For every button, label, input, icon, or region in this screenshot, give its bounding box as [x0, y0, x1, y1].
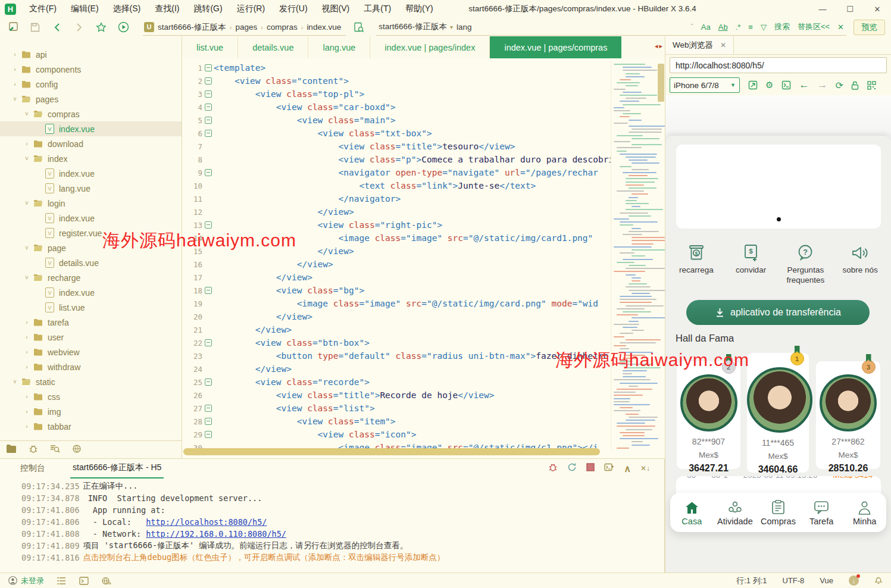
tree-item-index-vue[interactable]: Vindex.vue	[0, 121, 182, 136]
tree-item-components[interactable]: ›components	[0, 62, 182, 77]
tree-item-download[interactable]: ›download	[0, 136, 182, 151]
find-in-files-icon[interactable]	[350, 20, 368, 35]
browser-back-icon[interactable]: ←	[799, 79, 809, 91]
tree-item-index-vue[interactable]: Vindex.vue	[0, 211, 182, 226]
save-button[interactable]	[26, 20, 44, 35]
tree-item-index[interactable]: ˅index	[0, 151, 182, 166]
menu-item[interactable]: 选择(S)	[106, 0, 148, 18]
browser-forward-icon[interactable]: →	[817, 79, 827, 91]
new-terminal-icon[interactable]	[604, 463, 614, 474]
fold-icon[interactable]	[202, 431, 214, 438]
chevron-right-icon[interactable]: ›	[23, 349, 31, 355]
menu-item[interactable]: 跳转(G)	[186, 0, 229, 18]
menu-item[interactable]: 文件(F)	[22, 0, 64, 18]
line-number[interactable]: 25	[182, 378, 202, 387]
line-number[interactable]: 2	[182, 77, 202, 86]
hall-of-fame-card[interactable]: 111***465Mex$34604.66	[747, 353, 809, 473]
chevron-right-icon[interactable]: ›	[11, 81, 19, 87]
tree-item-lang-vue[interactable]: Vlang.vue	[0, 181, 182, 196]
debug-bug-icon[interactable]	[548, 462, 558, 474]
line-number[interactable]: 6	[182, 129, 202, 138]
url-input[interactable]: http://localhost:8080/h5/	[670, 57, 887, 73]
chevron-down-icon[interactable]: ˅	[23, 274, 31, 281]
navigate-back-button[interactable]	[48, 20, 66, 35]
fold-icon[interactable]	[202, 339, 214, 346]
open-external-icon[interactable]	[748, 80, 758, 90]
breadcrumb-item[interactable]: start6666-修正版本	[157, 23, 227, 32]
tree-item-login[interactable]: ˅login	[0, 196, 182, 211]
line-number[interactable]: 7	[182, 142, 202, 151]
line-number[interactable]: 28	[182, 417, 202, 426]
line-number[interactable]: 11	[182, 195, 202, 204]
notification-bell-icon[interactable]	[874, 576, 883, 586]
breadcrumb-item[interactable]: compras	[265, 23, 299, 32]
transfer-app-button[interactable]: aplicativo de transferência	[686, 300, 870, 325]
log-link[interactable]: http://192.168.0.110:8080/h5/	[146, 529, 286, 539]
login-status[interactable]: 未登录	[8, 576, 44, 586]
tree-item-tabbar[interactable]: ›tabbar	[0, 419, 182, 434]
search-tab-icon[interactable]	[50, 444, 60, 456]
hall-of-fame-card[interactable]: 327***862Mex$28510.26	[816, 361, 880, 469]
preview-button[interactable]: 预览	[854, 20, 885, 35]
menu-item[interactable]: 发行(U)	[272, 0, 314, 18]
editor-tab[interactable]: index.vue | pages/index	[370, 36, 490, 58]
shortcut-invite[interactable]: $convidar	[724, 241, 779, 285]
shortcut-deposit[interactable]: $recarrega	[669, 241, 724, 285]
explorer-tab-icon[interactable]	[6, 444, 17, 456]
fold-icon[interactable]	[202, 169, 214, 176]
tree-item-details-vue[interactable]: Vdetails.vue	[0, 255, 182, 270]
breadcrumb-item[interactable]: index.vue	[305, 23, 342, 32]
line-number[interactable]: 12	[182, 208, 202, 217]
favorite-star-button[interactable]	[92, 20, 110, 35]
browser-refresh-icon[interactable]: ⟳	[835, 80, 843, 91]
line-number[interactable]: 22	[182, 339, 202, 348]
replace-area-button[interactable]: 替换区<<	[798, 21, 830, 32]
close-button[interactable]: ✕	[864, 0, 891, 18]
chevron-down-icon[interactable]: ˅	[11, 96, 19, 102]
tree-item-recharge[interactable]: ˅recharge	[0, 270, 182, 285]
line-number[interactable]: 10	[182, 182, 202, 190]
fold-icon[interactable]	[202, 130, 214, 137]
tree-item-tarefa[interactable]: ›tarefa	[0, 315, 182, 330]
clear-console-icon[interactable]: ✕↓	[640, 464, 650, 473]
breadcrumb-item[interactable]: pages	[234, 23, 258, 32]
search-input[interactable]: lang	[457, 23, 683, 32]
regex-icon[interactable]: .*	[736, 23, 741, 32]
debug-tab-icon[interactable]	[29, 444, 38, 456]
line-number[interactable]: 17	[182, 273, 202, 282]
restart-icon[interactable]	[567, 462, 577, 474]
fold-icon[interactable]	[202, 90, 214, 98]
minimap-thumb[interactable]	[658, 64, 664, 102]
match-case-icon[interactable]: Aa	[701, 23, 711, 32]
search-button[interactable]: 搜索	[774, 21, 790, 32]
fold-icon[interactable]	[202, 379, 214, 386]
tree-item-config[interactable]: ›config	[0, 77, 182, 92]
line-number[interactable]: 1	[182, 64, 202, 73]
shortcut-about[interactable]: sobre nós	[833, 241, 887, 285]
fold-icon[interactable]	[202, 104, 214, 111]
navigate-forward-button[interactable]	[70, 20, 88, 35]
encoding-indicator[interactable]: UTF-8	[783, 576, 805, 585]
tree-item-static[interactable]: ˅static	[0, 374, 182, 389]
collapse-search-icon[interactable]: ˇ	[690, 23, 693, 32]
tree-item-pages[interactable]: ˅pages	[0, 92, 182, 107]
fold-icon[interactable]	[202, 77, 214, 85]
chevron-right-icon[interactable]: ›	[23, 408, 31, 415]
tree-item-css[interactable]: ›css	[0, 389, 182, 404]
line-number[interactable]: 23	[182, 352, 202, 361]
carousel-banner[interactable]	[676, 145, 881, 229]
tree-item-img[interactable]: ›img	[0, 404, 182, 419]
language-mode[interactable]: Vue	[820, 576, 833, 585]
update-download-icon[interactable]: ↓	[849, 576, 859, 586]
fold-icon[interactable]	[202, 221, 214, 229]
line-number[interactable]: 27	[182, 404, 202, 413]
line-number[interactable]: 16	[182, 260, 202, 269]
new-file-button[interactable]	[4, 20, 22, 35]
line-number[interactable]: 20	[182, 312, 202, 321]
run-button[interactable]	[114, 20, 132, 35]
minimize-button[interactable]: —	[809, 0, 836, 18]
chevron-right-icon[interactable]: ›	[23, 393, 31, 400]
console-tab[interactable]: start6666-修正版本 - H5	[70, 458, 164, 478]
maximize-button[interactable]: ☐	[836, 0, 864, 18]
close-search-icon[interactable]: ✕	[837, 23, 844, 32]
